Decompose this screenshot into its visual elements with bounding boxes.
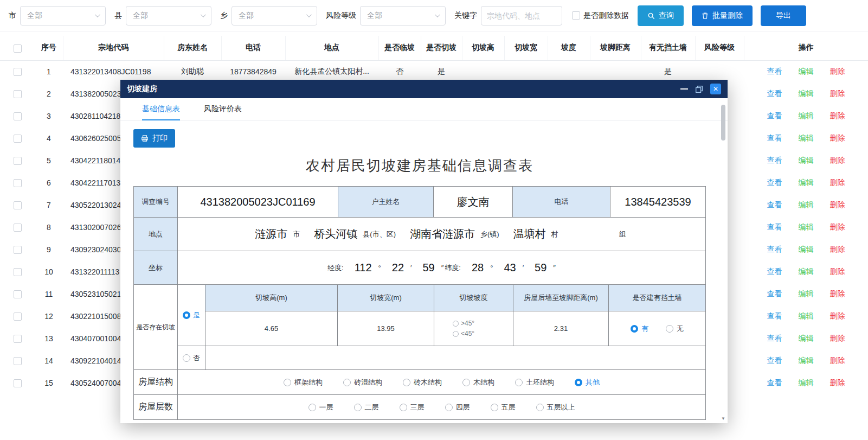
row-checkbox[interactable] — [14, 246, 22, 254]
delete-link[interactable]: 删除 — [830, 356, 845, 365]
view-link[interactable]: 查看 — [767, 67, 782, 75]
row-checkbox[interactable] — [14, 201, 22, 209]
delete-link[interactable]: 删除 — [830, 67, 845, 75]
edit-link[interactable]: 编辑 — [799, 378, 814, 387]
view-link[interactable]: 查看 — [767, 356, 782, 365]
radio-option[interactable]: >45° — [453, 320, 474, 327]
query-button[interactable]: 查询 — [638, 5, 684, 26]
radio-option[interactable]: 土坯结构 — [515, 378, 554, 387]
radio-option[interactable]: 五层以上 — [536, 403, 575, 412]
edit-link[interactable]: 编辑 — [799, 311, 814, 320]
radio-option[interactable]: 三层 — [400, 403, 425, 412]
delete-link[interactable]: 删除 — [830, 378, 845, 387]
view-link[interactable]: 查看 — [767, 111, 782, 120]
select-all-checkbox[interactable] — [14, 44, 22, 53]
batch-delete-button[interactable]: 批量删除 — [692, 5, 753, 26]
view-link[interactable]: 查看 — [767, 311, 782, 320]
view-link[interactable]: 查看 — [767, 133, 782, 142]
radio-option[interactable]: 一层 — [308, 403, 333, 412]
delete-link[interactable]: 删除 — [830, 245, 845, 253]
view-link[interactable]: 查看 — [767, 156, 782, 164]
city-select[interactable]: 全部 — [20, 6, 106, 25]
radio-option[interactable]: <45° — [453, 330, 474, 337]
radio-option[interactable]: 框架结构 — [284, 378, 323, 387]
county-select[interactable]: 全部 — [126, 6, 211, 25]
edit-link[interactable]: 编辑 — [799, 89, 814, 98]
radio-option[interactable]: 砖混结构 — [343, 378, 382, 387]
radio-icon — [666, 325, 673, 333]
edit-link[interactable]: 编辑 — [799, 356, 814, 365]
cell-actions: 查看 编辑 删除 — [744, 149, 868, 171]
view-link[interactable]: 查看 — [767, 178, 782, 187]
radio-option[interactable]: 木结构 — [462, 378, 494, 387]
view-link[interactable]: 查看 — [767, 200, 782, 209]
edit-link[interactable]: 编辑 — [799, 111, 814, 120]
delete-link[interactable]: 删除 — [830, 311, 845, 320]
scrollbar-down-arrow[interactable]: ▼ — [720, 416, 726, 421]
maximize-icon[interactable] — [696, 86, 703, 93]
delete-link[interactable]: 删除 — [830, 267, 845, 276]
row-checkbox[interactable] — [14, 357, 22, 365]
row-checkbox[interactable] — [14, 157, 22, 165]
show-deleted-checkbox[interactable] — [572, 11, 580, 20]
delete-link[interactable]: 删除 — [830, 334, 845, 342]
radio-option[interactable]: 五层 — [491, 403, 516, 412]
row-checkbox[interactable] — [14, 313, 22, 321]
delete-link[interactable]: 删除 — [830, 133, 845, 142]
delete-link[interactable]: 删除 — [830, 156, 845, 164]
delete-link[interactable]: 删除 — [830, 178, 845, 187]
tab-risk-evaluation[interactable]: 风险评价表 — [204, 98, 242, 120]
row-checkbox[interactable] — [14, 379, 22, 387]
edit-link[interactable]: 编辑 — [799, 289, 814, 298]
tab-basic-info[interactable]: 基础信息表 — [142, 98, 180, 120]
minimize-icon[interactable] — [680, 88, 688, 90]
radio-option[interactable]: 四层 — [445, 403, 470, 412]
view-link[interactable]: 查看 — [767, 378, 782, 387]
print-button[interactable]: 打印 — [133, 129, 175, 148]
export-button[interactable]: 导出 — [761, 5, 806, 26]
edit-link[interactable]: 编辑 — [799, 133, 814, 142]
delete-link[interactable]: 删除 — [830, 89, 845, 98]
row-checkbox[interactable] — [14, 135, 22, 143]
radio-option[interactable]: 无 — [666, 324, 684, 334]
view-link[interactable]: 查看 — [767, 289, 782, 298]
scrollbar-thumb[interactable] — [721, 105, 725, 141]
edit-link[interactable]: 编辑 — [799, 200, 814, 209]
edit-link[interactable]: 编辑 — [799, 245, 814, 253]
view-link[interactable]: 查看 — [767, 245, 782, 253]
edit-link[interactable]: 编辑 — [799, 178, 814, 187]
radio-option[interactable]: 其他 — [575, 378, 600, 387]
coords-value: 经度: 112° 22′ 59″ 纬度: 28° 43′ 59″ — [177, 251, 705, 284]
radio-option[interactable]: 有 — [631, 324, 648, 334]
row-checkbox[interactable] — [14, 224, 22, 232]
edit-link[interactable]: 编辑 — [799, 334, 814, 342]
slope-yes-option[interactable]: 是 — [178, 285, 205, 346]
delete-link[interactable]: 删除 — [830, 200, 845, 209]
row-checkbox[interactable] — [14, 290, 22, 298]
edit-link[interactable]: 编辑 — [799, 267, 814, 276]
slope-no-option[interactable]: 否 — [178, 346, 205, 369]
view-link[interactable]: 查看 — [767, 267, 782, 276]
close-icon[interactable]: ✕ — [710, 84, 721, 94]
row-checkbox[interactable] — [14, 112, 22, 120]
risk-level-select[interactable]: 全部 — [360, 6, 446, 25]
township-select[interactable]: 全部 — [232, 6, 317, 25]
row-checkbox[interactable] — [14, 335, 22, 343]
view-link[interactable]: 查看 — [767, 222, 782, 231]
delete-link[interactable]: 删除 — [830, 289, 845, 298]
delete-link[interactable]: 删除 — [830, 222, 845, 231]
row-checkbox[interactable] — [14, 68, 22, 76]
edit-link[interactable]: 编辑 — [799, 222, 814, 231]
keyword-input[interactable] — [481, 6, 562, 25]
edit-link[interactable]: 编辑 — [799, 67, 814, 75]
modal-scrollbar[interactable]: ▼ — [720, 101, 726, 421]
row-checkbox[interactable] — [14, 179, 22, 187]
view-link[interactable]: 查看 — [767, 89, 782, 98]
row-checkbox[interactable] — [14, 268, 22, 276]
view-link[interactable]: 查看 — [767, 334, 782, 342]
radio-option[interactable]: 砖木结构 — [403, 378, 442, 387]
delete-link[interactable]: 删除 — [830, 111, 845, 120]
row-checkbox[interactable] — [14, 90, 22, 98]
radio-option[interactable]: 二层 — [354, 403, 379, 412]
edit-link[interactable]: 编辑 — [799, 156, 814, 164]
